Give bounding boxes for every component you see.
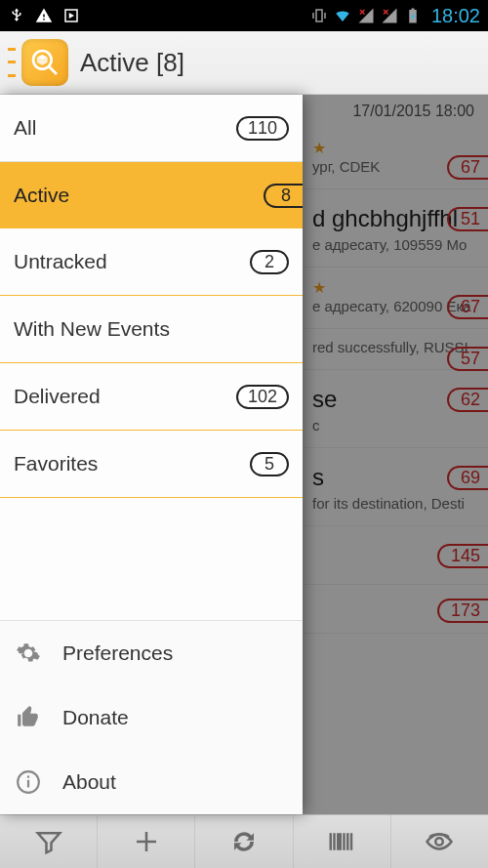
app-logo-icon[interactable]: [21, 39, 68, 86]
signal-2-icon: [381, 7, 398, 24]
drawer-item-delivered[interactable]: Delivered 102: [0, 363, 303, 430]
drawer-item-preferences[interactable]: Preferences: [0, 621, 303, 685]
drawer-item-label: About: [62, 770, 116, 794]
info-icon: [14, 767, 43, 797]
drawer-item-label: All: [14, 116, 36, 140]
drawer-item-label: Donate: [62, 706, 129, 729]
svg-rect-3: [27, 780, 29, 788]
drawer-item-all[interactable]: All 110: [0, 95, 303, 161]
drawer-item-count: 8: [264, 184, 303, 208]
play-store-icon: [62, 7, 80, 24]
refresh-button[interactable]: [195, 815, 293, 868]
status-clock: 18:02: [431, 5, 480, 27]
svg-rect-0: [411, 9, 414, 11]
drawer-item-donate[interactable]: Donate: [0, 685, 303, 750]
wifi-icon: [334, 7, 351, 24]
drawer-item-label: Active: [14, 184, 69, 207]
android-status-bar: 18:02: [0, 0, 488, 31]
drawer-item-label: Untracked: [14, 250, 107, 273]
bottom-toolbar: [0, 814, 488, 868]
drawer-item-untracked[interactable]: Untracked 2: [0, 228, 303, 295]
vibrate-icon: [310, 7, 328, 24]
drawer-item-count: 110: [236, 116, 289, 141]
navigation-drawer: All 110 Active 8 Untracked 2 With New Ev…: [0, 95, 303, 814]
drawer-item-new-events[interactable]: With New Events: [0, 296, 303, 362]
drawer-item-about[interactable]: About: [0, 750, 303, 814]
svg-rect-4: [27, 776, 29, 778]
app-header: Active [8]: [0, 31, 488, 95]
drawer-item-label: Favorites: [14, 452, 98, 475]
barcode-button[interactable]: [294, 815, 391, 868]
gear-icon: [14, 639, 43, 668]
drawer-item-count: 102: [236, 385, 289, 409]
usb-icon: [8, 7, 25, 24]
add-button[interactable]: [98, 815, 195, 868]
drawer-item-active[interactable]: Active 8: [0, 162, 303, 228]
thumbs-up-icon: [14, 703, 43, 732]
battery-charging-icon: [404, 7, 422, 24]
view-button[interactable]: [391, 815, 488, 868]
workspace: 17/01/2015 18:00 ★ург, CDEK67 d ghcbhghj…: [0, 95, 488, 814]
drawer-item-count: 2: [250, 250, 289, 274]
page-title: Active [8]: [80, 48, 184, 78]
menu-indicator-icon[interactable]: [8, 43, 18, 82]
filter-button[interactable]: [0, 815, 98, 868]
drawer-item-favorites[interactable]: Favorites 5: [0, 431, 303, 497]
warning-icon: [35, 7, 53, 24]
drawer-item-label: With New Events: [14, 317, 170, 341]
signal-1-icon: [357, 7, 375, 24]
drawer-item-count: 5: [250, 452, 289, 476]
drawer-item-label: Delivered: [14, 385, 101, 408]
drawer-item-label: Preferences: [62, 641, 173, 665]
separator: [0, 497, 303, 498]
